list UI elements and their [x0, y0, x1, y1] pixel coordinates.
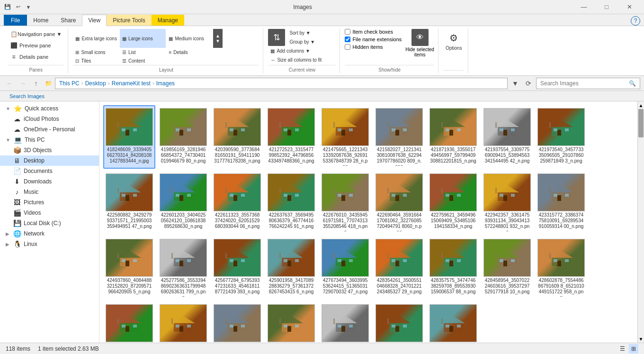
search-images-tab[interactable]: Search Images — [4, 92, 50, 100]
file-item[interactable]: cabin_mountain_1.png — [265, 301, 317, 343]
navigation-pane-button[interactable]: 📋 Navigation pane ▼ — [8, 29, 64, 39]
scroll-up[interactable]: ▲ — [638, 101, 644, 109]
details-view-button[interactable]: ☰ — [617, 344, 627, 354]
path-part-images[interactable]: Images — [156, 80, 175, 87]
sidebar-item-linux[interactable]: ▶ 🐧 Linux — [0, 239, 99, 249]
sidebar-item-icloud[interactable]: ☁ iCloud Photos — [0, 114, 99, 124]
quick-access-toolbar[interactable]: 💾 ↩ ▼ — [4, 3, 32, 11]
list-button[interactable]: ☰ List — [120, 48, 166, 56]
file-item[interactable]: 428602878_755448686791609 8_652101044915… — [535, 236, 587, 300]
file-item[interactable]: 421475665_122134313392087638_92691533678… — [319, 105, 371, 169]
file-item[interactable]: 428357575_347474638259708_89553930159006… — [427, 236, 479, 300]
hidden-items-checkbox[interactable] — [345, 44, 350, 50]
file-item[interactable]: 422637637_356949580636379_46774416766242… — [265, 171, 317, 234]
search-input[interactable] — [540, 80, 627, 87]
sidebar-item-downloads[interactable]: ⬇ Downloads — [0, 176, 99, 187]
file-item[interactable]: 422676010_343594561971581_77074313355208… — [319, 171, 371, 234]
file-item[interactable]: cabin_forest_1.png — [373, 301, 425, 343]
path-part-desktop[interactable]: Desktop — [85, 80, 106, 87]
file-item[interactable]: 422611323_355736837424020_62051529680393… — [211, 171, 263, 234]
file-item[interactable]: 420390590_377368481650191_59411190317776… — [211, 105, 263, 169]
layout-scroll[interactable]: ▲▼ — [213, 29, 223, 48]
file-item[interactable]: 421582027_122134130810087638_62294197077… — [373, 105, 425, 169]
hidden-items-row[interactable]: Hidden items — [345, 44, 402, 50]
file-item[interactable]: 428611294_755448664582785_45334930607665… — [157, 301, 209, 343]
options-button[interactable]: ⚙ Options — [443, 29, 464, 52]
file-item[interactable]: 421937554_330977569009415_53894563341544… — [481, 105, 533, 169]
file-item[interactable]: 428458954_350702224603616_39537297529177… — [481, 236, 533, 300]
group-by-button[interactable]: Group by ▼ — [287, 38, 317, 46]
refresh-button[interactable]: ⟳ — [523, 78, 534, 89]
sidebar-item-local-disk[interactable]: 💾 Local Disk (C:) — [0, 218, 99, 228]
file-item[interactable]: 422601203_340402505624120_10861838895268… — [157, 171, 209, 234]
sidebar-item-documents[interactable]: 📄 Documents — [0, 166, 99, 176]
close-button[interactable]: ✕ — [618, 0, 640, 14]
hide-selected-button[interactable]: 👁 Hide selecteditems — [405, 29, 434, 57]
maximize-button[interactable]: □ — [596, 0, 617, 14]
path-part-renamekit[interactable]: RenameKit test — [112, 80, 151, 87]
file-item[interactable]: 425901958_341708928836279_57361372826745… — [265, 236, 317, 300]
file-item[interactable]: 428619314_714858000860290 0_488869205695… — [211, 301, 263, 343]
sidebar-item-desktop[interactable]: 🖥 Desktop — [0, 155, 99, 166]
file-item[interactable]: 425277586_355339486902363631799948690263… — [157, 236, 209, 300]
minimize-button[interactable]: — — [573, 0, 595, 14]
file-item[interactable]: cabin_mountain_2.png — [319, 301, 371, 343]
tab-picture-tools[interactable]: Picture Tools — [107, 15, 151, 26]
file-name-extensions-checkbox[interactable] — [345, 36, 350, 42]
tab-home[interactable]: Home — [27, 15, 54, 26]
file-item[interactable]: 427673494_360399553624415_51365031729070… — [319, 236, 371, 300]
search-box[interactable]: 🔍 — [536, 78, 640, 89]
quick-access-dropdown-icon[interactable]: ▼ — [25, 3, 32, 11]
large-icons-button[interactable]: ▦ Large icons — [120, 29, 166, 48]
sidebar-item-quick-access[interactable]: ▼ ⭐ Quick access — [0, 103, 99, 114]
file-item[interactable]: 425677284_679539347231633_45461811877214… — [211, 236, 263, 300]
file-item[interactable]: 419856169_328194666854372_74730401019946… — [157, 105, 209, 169]
sort-by-button[interactable]: Sort by ▼ — [287, 29, 317, 37]
address-path[interactable]: This PC › Desktop › RenameKit test › Ima… — [55, 78, 508, 89]
address-dropdown-button[interactable]: ▼ — [510, 78, 521, 89]
details-pane-button[interactable]: ≡ Details pane — [8, 52, 64, 62]
file-item[interactable]: 428607189_755448632124986_60113936988354… — [103, 301, 155, 343]
back-button[interactable]: ← — [4, 78, 15, 89]
sidebar-item-pictures[interactable]: 🖼 Pictures — [0, 197, 99, 208]
sidebar-item-3d-objects[interactable]: 📦 3D Objects — [0, 145, 99, 155]
file-item[interactable]: 423315772_338637475810091_69289534910059… — [535, 171, 587, 234]
scroll-thumb[interactable] — [638, 109, 644, 137]
help-icon[interactable]: ? — [631, 16, 644, 26]
file-item[interactable]: 421871936_335501749456997_59799409308812… — [427, 105, 479, 169]
file-item[interactable]: 421973540_345773335096505_29107860259871… — [535, 105, 587, 169]
file-item[interactable]: 418248609_333940566270314_84208108142789… — [103, 105, 155, 169]
scroll-down[interactable]: ▼ — [638, 335, 644, 343]
file-item[interactable]: 422690464_359166417081062_32276085720494… — [373, 171, 425, 234]
file-item[interactable]: 422759621_345949615069409_53485106194158… — [427, 171, 479, 234]
medium-icons-button[interactable]: ▦ Medium icons — [166, 29, 212, 48]
size-all-columns-button[interactable]: ↔ Size all columns to fit — [268, 56, 324, 64]
tab-view[interactable]: View — [82, 15, 107, 26]
undo-icon[interactable]: ↩ — [14, 3, 22, 11]
tab-manage[interactable]: Manage — [152, 15, 184, 26]
tiles-button[interactable]: ⊡ Tiles — [73, 57, 119, 65]
details-button[interactable]: ≡ Details — [166, 48, 212, 56]
large-icons-view-button[interactable]: ⊞ — [629, 344, 638, 354]
extra-large-icons-button[interactable]: ▦ Extra large icons — [73, 29, 119, 48]
forward-button[interactable]: → — [17, 78, 28, 89]
tab-share[interactable]: Share — [54, 15, 82, 26]
sidebar-item-this-pc[interactable]: ▼ 💻 This PC — [0, 135, 99, 145]
content-button[interactable]: ☰ Content — [120, 57, 166, 65]
sidebar-item-videos[interactable]: 🎬 Videos — [0, 208, 99, 218]
preview-pane-button[interactable]: ⬛ Preview pane — [8, 40, 64, 51]
scrollbar[interactable]: ▲ ▼ — [637, 101, 644, 343]
path-part-this-pc[interactable]: This PC — [59, 80, 80, 87]
file-item[interactable]: 422580882_342927993371571_21995003359494… — [103, 171, 155, 234]
file-item[interactable]: 428354261_350055104668328_24701221243485… — [373, 236, 425, 300]
sidebar-item-music[interactable]: ♪ Music — [0, 187, 99, 197]
file-item[interactable]: 421272523_331547799852392_44796856433497… — [265, 105, 317, 169]
up-button[interactable]: ↑ — [30, 78, 42, 89]
file-item[interactable]: cabin_forest_2.png — [427, 301, 479, 343]
add-columns-button[interactable]: ▦ Add columns ▼ — [268, 47, 324, 55]
sidebar-item-onedrive[interactable]: ☁ OneDrive - Personal — [0, 124, 99, 135]
item-check-boxes-row[interactable]: Item check boxes — [345, 29, 402, 35]
sidebar-item-network[interactable]: ▶ 🌐 Network — [0, 228, 99, 239]
tab-file[interactable]: File — [4, 15, 27, 26]
small-icons-button[interactable]: ⊞ Small icons — [73, 48, 119, 56]
